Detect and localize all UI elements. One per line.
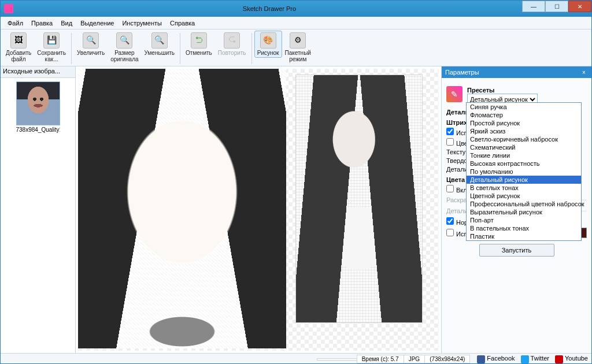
preset-option[interactable]: Поп-арт (467, 216, 581, 224)
drawing-button[interactable]: 🎨Рисунок (254, 31, 282, 58)
menu-view[interactable]: Вид (57, 18, 76, 28)
window-title: Sketch Drawer Pro (17, 5, 522, 12)
panel-header: Параметры × (442, 66, 591, 78)
twitter-link[interactable]: Twitter (521, 355, 549, 363)
preset-dropdown-list[interactable]: Синяя ручкаФломастерПростой рисунокЯркий… (466, 102, 582, 241)
status-empty (317, 358, 357, 361)
source-thumbnail[interactable]: 738x984_Quality100_c... (16, 81, 60, 133)
presets-label: Пресеты (467, 87, 587, 94)
preset-option[interactable]: Цветной рисунок (467, 192, 581, 200)
separator (180, 33, 180, 64)
undo-button[interactable]: ⮌Отменить (183, 31, 215, 58)
youtube-icon (555, 355, 563, 363)
preset-option[interactable]: В пастельных тонах (467, 224, 581, 232)
preset-option[interactable]: Простой рисунок (467, 119, 581, 127)
minimize-button[interactable]: — (522, 1, 545, 12)
zoom-in-icon: 🔍 (83, 32, 99, 49)
redo-icon: ⮎ (224, 32, 240, 49)
preset-option[interactable]: По умолчанию (467, 168, 581, 176)
redo-button[interactable]: ⮎Повторить (215, 31, 249, 58)
preset-icon (446, 86, 462, 102)
save-as-button[interactable]: 💾Сохранить как... (34, 31, 69, 64)
youtube-link[interactable]: Youtube (555, 355, 588, 363)
parameters-panel: Параметры × Пресеты Детальный рисунок Си… (441, 66, 591, 353)
thumbnail-image (16, 81, 60, 125)
preset-option[interactable]: Фломастер (467, 111, 581, 119)
preset-option[interactable]: Детальный рисунок (467, 176, 581, 184)
preset-option[interactable]: Тонкие линии (467, 151, 581, 159)
menu-tools[interactable]: Инструменты (119, 18, 165, 28)
floppy-icon: 💾 (43, 32, 60, 49)
preset-option[interactable]: Синяя ручка (467, 103, 581, 111)
preset-option[interactable]: В светлых тонах (467, 184, 581, 192)
drawing-icon: 🎨 (260, 32, 276, 49)
zoom-in-button[interactable]: 🔍Увеличить (74, 31, 108, 58)
zoom-original-button[interactable]: 🔍Размер оригинала (108, 31, 141, 64)
close-button[interactable]: ✕ (568, 1, 591, 12)
facebook-link[interactable]: Facebook (477, 355, 515, 363)
sketch-portrait-secondary (295, 75, 423, 323)
batch-button[interactable]: ⚙Пакетный режим (282, 31, 314, 64)
sidebar-header: Исходные изобра... (1, 66, 75, 78)
add-file-button[interactable]: 🖼Добавить файл (3, 31, 34, 64)
preset-option[interactable]: Профессиональный цветной набросок (467, 200, 581, 208)
run-button[interactable]: Запустить (479, 244, 554, 257)
separator (71, 33, 72, 64)
panel-title: Параметры (445, 69, 479, 76)
status-dimensions: (738x984x24) (424, 355, 470, 363)
separator (251, 33, 252, 64)
facebook-icon (477, 355, 485, 363)
preset-option[interactable]: Высокая контрастность (467, 159, 581, 168)
preset-option[interactable]: Светло-коричневый набросок (467, 135, 581, 143)
menu-edit[interactable]: Правка (28, 18, 56, 28)
twitter-icon (521, 355, 529, 363)
thumbnail-label: 738x984_Quality100_c... (16, 127, 60, 133)
menu-file[interactable]: Файл (4, 18, 27, 28)
toolbar: 🖼Добавить файл 💾Сохранить как... 🔍Увелич… (1, 29, 591, 66)
zoom-out-button[interactable]: 🔍Уменьшить (142, 31, 177, 58)
main-area: Исходные изобра... 738x984_Quality100_c.… (1, 66, 591, 353)
zoom-out-icon: 🔍 (151, 32, 168, 49)
preset-option[interactable]: Схематический (467, 143, 581, 151)
gear-icon: ⚙ (290, 32, 306, 49)
preset-option[interactable]: Яркий эскиз (467, 127, 581, 135)
menu-select[interactable]: Выделение (77, 18, 117, 28)
maximize-button[interactable]: ☐ (545, 1, 568, 12)
sidebar: Исходные изобра... 738x984_Quality100_c.… (1, 66, 76, 353)
status-time: Время (с): 5.7 (357, 355, 404, 363)
status-bar: Время (с): 5.7 JPG (738x984x24) Facebook… (1, 353, 591, 364)
photo-icon: 🖼 (10, 32, 27, 49)
preset-option[interactable]: Пластик (467, 232, 581, 240)
app-icon (4, 4, 13, 13)
preset-option[interactable]: Выразительный рисунок (467, 208, 581, 216)
menu-bar: Файл Правка Вид Выделение Инструменты Сп… (1, 17, 591, 29)
sketch-portrait-primary (78, 69, 286, 348)
zoom-fit-icon: 🔍 (116, 32, 132, 49)
status-format: JPG (404, 355, 425, 363)
title-bar: Sketch Drawer Pro — ☐ ✕ (1, 1, 591, 17)
menu-help[interactable]: Справка (166, 18, 198, 28)
canvas[interactable] (76, 66, 441, 353)
undo-icon: ⮌ (191, 32, 207, 49)
panel-close-button[interactable]: × (580, 68, 588, 76)
